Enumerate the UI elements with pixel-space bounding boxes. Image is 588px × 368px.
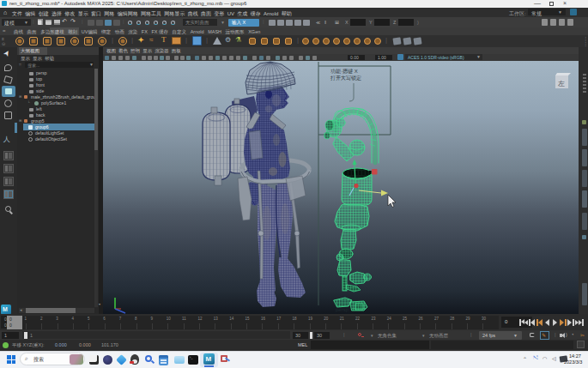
svg-text:persp: persp (336, 307, 349, 312)
svg-text:打开大写锁定: 打开大写锁定 (330, 75, 361, 81)
svg-text:左: 左 (558, 80, 565, 87)
svg-text:功能·摁键 X: 功能·摁键 X (330, 68, 358, 75)
